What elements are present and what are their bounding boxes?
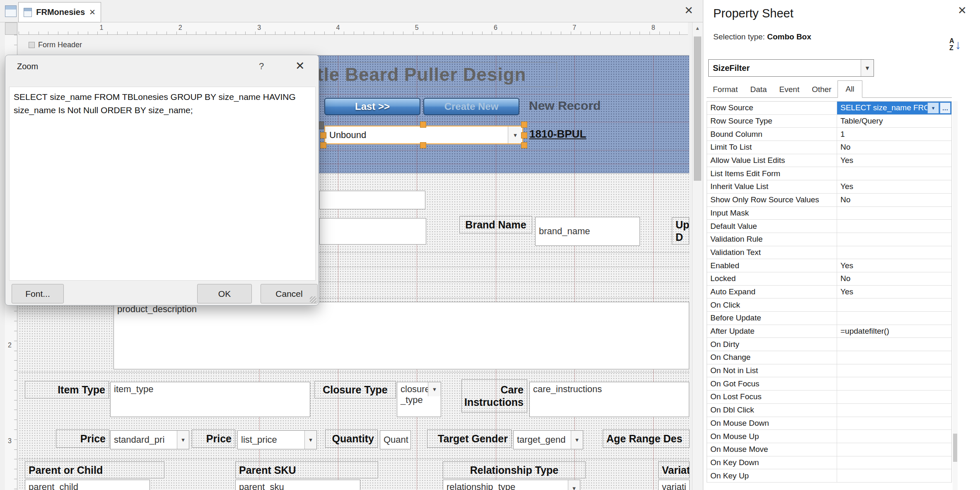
tab-close-icon[interactable]: ✕: [89, 7, 96, 17]
ruler-corner[interactable]: [5, 22, 17, 35]
combo-dropdown-icon[interactable]: ▾: [304, 431, 316, 449]
cancel-button[interactable]: Cancel: [261, 284, 318, 303]
property-label[interactable]: On Key Down: [707, 456, 837, 469]
parent-or-child-label[interactable]: Parent or Child: [25, 461, 164, 478]
sort-az-icon[interactable]: A Z ↓: [949, 34, 968, 56]
sku-label[interactable]: 1810-BPUL: [529, 128, 586, 141]
property-value[interactable]: [837, 338, 951, 351]
property-label[interactable]: Enabled: [707, 259, 837, 272]
item-type-textbox[interactable]: item_type: [110, 382, 310, 417]
parent-child-textbox[interactable]: parent_child: [25, 480, 150, 490]
tab-other[interactable]: Other: [806, 82, 838, 97]
row-source-builder-button[interactable]: …: [940, 102, 951, 114]
property-value[interactable]: [837, 417, 951, 430]
form-scrollbar-thumb[interactable]: [694, 36, 701, 181]
property-label[interactable]: Limit To List: [707, 141, 837, 154]
closure-type-label[interactable]: Closure Type: [314, 381, 396, 398]
property-value[interactable]: [837, 233, 951, 246]
closure-type-combo[interactable]: closure _type ▾: [397, 382, 441, 417]
property-label[interactable]: Before Update: [707, 312, 837, 325]
property-value[interactable]: Yes: [837, 180, 951, 193]
selection-handle[interactable]: [521, 121, 527, 128]
property-value[interactable]: [837, 391, 951, 403]
variation-label[interactable]: Variat: [658, 461, 690, 478]
property-value[interactable]: [837, 364, 951, 377]
property-label[interactable]: On Mouse Up: [707, 430, 837, 443]
font-button[interactable]: Font...: [12, 284, 64, 303]
property-label[interactable]: Row Source: [707, 102, 837, 114]
update-delete-label-clipped[interactable]: Up D: [672, 217, 689, 245]
property-value[interactable]: Table/Query: [837, 115, 951, 128]
relationship-type-label[interactable]: Relationship Type: [443, 461, 586, 478]
property-value[interactable]: =updatefilter(): [837, 325, 951, 338]
age-range-label[interactable]: Age Range Des: [603, 429, 690, 448]
care-instructions-textbox[interactable]: care_instructions: [529, 382, 689, 417]
sizefilter-combo[interactable]: Unbound ▾: [324, 126, 523, 144]
zoom-dialog-title[interactable]: Zoom: [17, 62, 38, 71]
brand-name-label[interactable]: Brand Name: [459, 216, 532, 233]
selector-dropdown-icon[interactable]: ▾: [861, 60, 874, 76]
row-source-dropdown-icon[interactable]: ▾: [927, 102, 939, 114]
property-label[interactable]: On Not in List: [707, 364, 837, 377]
property-value[interactable]: [837, 443, 951, 456]
property-label[interactable]: Auto Expand: [707, 286, 837, 298]
property-label[interactable]: Locked: [707, 272, 837, 285]
property-scrollbar-thumb[interactable]: [953, 434, 957, 462]
tab-event[interactable]: Event: [773, 82, 806, 97]
tab-format[interactable]: Format: [707, 82, 744, 97]
list-price-combo[interactable]: list_price ▾: [237, 430, 317, 449]
variation-textbox[interactable]: variati: [658, 480, 690, 490]
property-value[interactable]: [837, 456, 951, 469]
list-price-label[interactable]: Price: [192, 429, 235, 448]
standard-price-combo[interactable]: standard_pri ▾: [110, 430, 189, 449]
selection-handle[interactable]: [521, 142, 527, 148]
property-label[interactable]: On Key Up: [707, 469, 837, 482]
property-value[interactable]: [837, 430, 951, 443]
help-icon[interactable]: ?: [259, 61, 264, 72]
tab-all[interactable]: All: [838, 80, 862, 98]
property-value[interactable]: [837, 312, 951, 325]
property-scrollbar[interactable]: [953, 101, 958, 490]
selection-handle[interactable]: [521, 132, 527, 138]
property-value[interactable]: Yes: [837, 286, 951, 298]
combo-dropdown-icon[interactable]: ▾: [428, 382, 441, 396]
property-label[interactable]: On Dbl Click: [707, 404, 837, 417]
property-value[interactable]: Yes: [837, 259, 951, 272]
standard-price-label[interactable]: Price: [56, 429, 109, 448]
care-instructions-label[interactable]: Care Instructions: [461, 379, 527, 412]
product-description-textbox[interactable]: product_description: [113, 302, 689, 369]
close-icon[interactable]: ✕: [295, 59, 305, 73]
quantity-label[interactable]: Quantity: [325, 429, 378, 448]
form-header-bar[interactable]: Form Header: [19, 35, 689, 56]
property-value[interactable]: [837, 207, 951, 220]
sizefilter-selector[interactable]: SizeFilter ▾: [708, 59, 874, 77]
property-label[interactable]: List Items Edit Form: [707, 167, 837, 180]
selection-handle[interactable]: [420, 121, 426, 128]
scroll-up-icon[interactable]: ▲: [692, 22, 703, 34]
relationship-type-combo[interactable]: relationship_type ▾: [443, 480, 580, 490]
property-label[interactable]: Bound Column: [707, 128, 837, 141]
property-label[interactable]: Inherit Value List: [707, 180, 837, 193]
property-label[interactable]: After Update: [707, 325, 837, 338]
property-value[interactable]: [837, 220, 951, 233]
property-label[interactable]: Validation Rule: [707, 233, 837, 246]
zoom-text-area[interactable]: SELECT size_name FROM TBLonesies GROUP B…: [9, 87, 316, 281]
property-label[interactable]: On Mouse Move: [707, 443, 837, 456]
combo-dropdown-icon[interactable]: ▾: [508, 126, 522, 143]
textbox-blank-2[interactable]: [319, 218, 426, 245]
form-title-label[interactable]: Little Beard Puller Design: [290, 62, 557, 87]
parent-sku-label[interactable]: Parent SKU: [235, 461, 378, 478]
property-value[interactable]: [837, 377, 951, 390]
property-label[interactable]: On Mouse Down: [707, 417, 837, 430]
resize-grip[interactable]: [310, 296, 316, 303]
property-label[interactable]: On Click: [707, 298, 837, 311]
property-label[interactable]: On Lost Focus: [707, 391, 837, 403]
parent-sku-textbox[interactable]: parent_sku: [235, 480, 360, 490]
property-value[interactable]: [837, 404, 951, 417]
selection-handle[interactable]: [320, 132, 326, 138]
selection-handle[interactable]: [420, 142, 426, 148]
target-gender-label[interactable]: Target Gender: [427, 429, 512, 448]
item-type-label[interactable]: Item Type: [25, 381, 109, 398]
document-tab[interactable]: FRMonesies ✕: [18, 2, 101, 22]
property-label[interactable]: Allow Value List Edits: [707, 154, 837, 167]
